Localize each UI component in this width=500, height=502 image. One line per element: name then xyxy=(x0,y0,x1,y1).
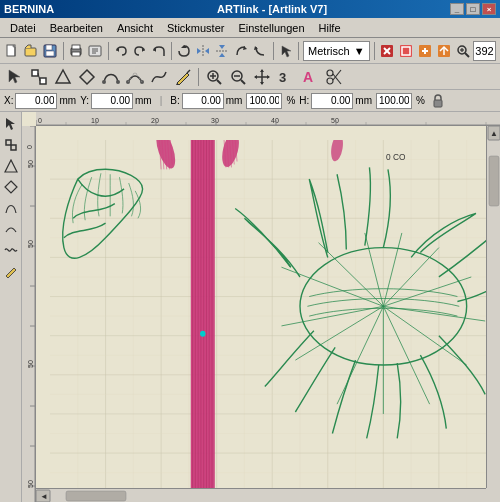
color1-button[interactable] xyxy=(378,41,395,61)
h-input[interactable] xyxy=(311,93,353,109)
canvas-wrapper[interactable]: 0 10 20 30 40 50 xyxy=(22,112,500,502)
pct2-unit: % xyxy=(416,95,425,106)
svg-rect-113 xyxy=(50,140,500,502)
svg-marker-18 xyxy=(197,48,201,54)
zoom-in-tool[interactable] xyxy=(203,67,225,87)
svg-rect-41 xyxy=(32,70,38,76)
wave-left[interactable] xyxy=(1,240,21,260)
select-left[interactable] xyxy=(1,114,21,134)
select-tool[interactable] xyxy=(4,67,26,87)
menu-hilfe[interactable]: Hilfe xyxy=(313,20,347,36)
left-toolbar xyxy=(0,112,22,502)
menu-ansicht[interactable]: Ansicht xyxy=(111,20,159,36)
color3-button[interactable] xyxy=(416,41,433,61)
svg-text:A: A xyxy=(303,69,313,85)
curve2-left[interactable] xyxy=(1,219,21,239)
svg-rect-1 xyxy=(25,48,36,56)
pct1-unit: % xyxy=(286,95,295,106)
new-button[interactable] xyxy=(4,41,21,61)
color4-button[interactable] xyxy=(435,41,452,61)
pink-stem xyxy=(191,140,215,502)
dropdown-arrow: ▼ xyxy=(354,45,365,57)
svg-text:10: 10 xyxy=(91,117,99,124)
svg-line-52 xyxy=(187,70,190,73)
node-tool[interactable] xyxy=(28,67,50,87)
color2-button[interactable] xyxy=(397,41,414,61)
main-area: 0 10 20 30 40 50 xyxy=(0,112,500,502)
unit-dropdown[interactable]: Metrisch ▼ xyxy=(303,41,369,61)
bezier-tool[interactable] xyxy=(100,67,122,87)
vertical-scrollbar[interactable]: ▲ xyxy=(486,126,500,488)
svg-rect-7 xyxy=(72,52,80,56)
menu-datei[interactable]: Datei xyxy=(4,20,42,36)
menu-einstellungen[interactable]: Einstellungen xyxy=(232,20,310,36)
print-button[interactable] xyxy=(68,41,85,61)
svg-rect-194 xyxy=(66,491,126,501)
magnify-button[interactable] xyxy=(454,41,471,61)
mirror-button[interactable] xyxy=(195,41,212,61)
undo-button[interactable] xyxy=(112,41,129,61)
svg-text:▲: ▲ xyxy=(490,129,498,138)
diamond-left[interactable] xyxy=(1,177,21,197)
redo-button[interactable] xyxy=(131,41,148,61)
svg-line-37 xyxy=(465,53,469,57)
rotate-button[interactable] xyxy=(176,41,193,61)
svg-rect-198 xyxy=(489,156,499,206)
pencil-left[interactable] xyxy=(1,261,21,281)
svg-text:50: 50 xyxy=(27,160,34,168)
menubar: Datei Bearbeiten Ansicht Stickmuster Ein… xyxy=(0,18,500,38)
window-controls: _ □ × xyxy=(450,3,496,15)
arc-tool[interactable] xyxy=(124,67,146,87)
svg-text:50: 50 xyxy=(27,360,34,368)
shape-left[interactable] xyxy=(1,135,21,155)
scissors-tool[interactable] xyxy=(323,67,345,87)
y-label: Y: xyxy=(80,95,89,106)
svg-text:0: 0 xyxy=(26,145,33,149)
minimize-button[interactable]: _ xyxy=(450,3,464,15)
separator5 xyxy=(298,42,299,60)
maximize-button[interactable]: □ xyxy=(466,3,480,15)
zoom-out-tool[interactable] xyxy=(227,67,249,87)
save-button[interactable] xyxy=(42,41,59,61)
lock-button[interactable] xyxy=(429,92,447,110)
svg-line-51 xyxy=(135,72,142,82)
undo2-button[interactable] xyxy=(150,41,167,61)
x-label: X: xyxy=(4,95,13,106)
pan-tool[interactable] xyxy=(251,67,273,87)
rotate3-button[interactable] xyxy=(252,41,269,61)
triangle-left[interactable] xyxy=(1,156,21,176)
number-tool[interactable]: 3 xyxy=(275,67,297,87)
b-input[interactable] xyxy=(182,93,224,109)
rotate2-button[interactable] xyxy=(233,41,250,61)
coordbar: X: mm Y: mm | B: mm % H: mm % xyxy=(0,90,500,112)
triangle-tool[interactable] xyxy=(52,67,74,87)
grid-canvas[interactable]: 0 CO xyxy=(36,126,500,502)
open-button[interactable] xyxy=(23,41,40,61)
svg-text:30: 30 xyxy=(211,117,219,124)
flip-button[interactable] xyxy=(214,41,231,61)
cursor-tool[interactable] xyxy=(277,41,294,61)
svg-line-58 xyxy=(241,80,245,84)
y-input[interactable] xyxy=(91,93,133,109)
svg-text:40: 40 xyxy=(271,117,279,124)
x-input[interactable] xyxy=(15,93,57,109)
separator-t1 xyxy=(198,68,199,86)
h-label: H: xyxy=(299,95,309,106)
svg-rect-73 xyxy=(11,145,16,150)
diamond-tool[interactable] xyxy=(76,67,98,87)
svg-text:50: 50 xyxy=(27,480,34,488)
pencil-tool[interactable] xyxy=(172,67,194,87)
close-button[interactable]: × xyxy=(482,3,496,15)
horizontal-scrollbar[interactable]: ◄ xyxy=(36,488,486,502)
svg-rect-6 xyxy=(72,45,80,49)
export-button[interactable] xyxy=(87,41,104,61)
curve-left[interactable] xyxy=(1,198,21,218)
menu-bearbeiten[interactable]: Bearbeiten xyxy=(44,20,109,36)
menu-stickmuster[interactable]: Stickmuster xyxy=(161,20,230,36)
text-tool[interactable]: A xyxy=(299,67,321,87)
pct2-input[interactable] xyxy=(376,93,412,109)
titlebar: BERNINA ARTlink - [Artlink V7] _ □ × xyxy=(0,0,500,18)
pct1-input[interactable] xyxy=(246,93,282,109)
svg-marker-40 xyxy=(9,70,20,83)
path-tool[interactable] xyxy=(148,67,170,87)
